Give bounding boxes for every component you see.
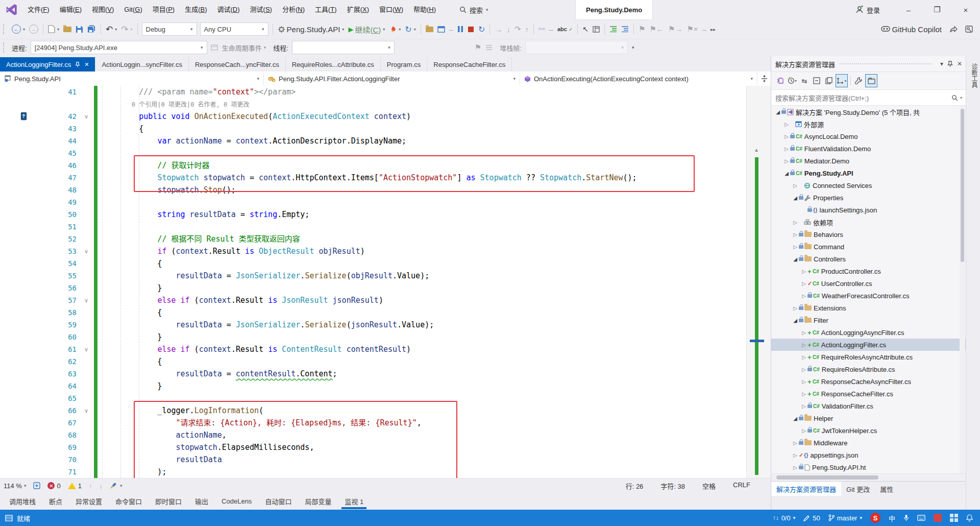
expanded-arrow-icon[interactable]: ◢ [792, 256, 799, 262]
window-layout-button[interactable] [591, 22, 602, 36]
menu-item-9[interactable]: 工具(T) [310, 0, 342, 19]
document-tab-2[interactable]: ResponseCach...yncFilter.cs [189, 57, 286, 71]
document-tab-4[interactable]: Program.cs [381, 57, 427, 71]
window-position-dropdown-icon[interactable]: ▾ [940, 60, 943, 67]
properties-button[interactable] [823, 75, 835, 87]
close-panel-icon[interactable]: ✕ [957, 60, 962, 67]
pin-icon[interactable] [947, 61, 953, 67]
tree-item--peng.study.demo-5-[interactable]: ◢解决方案 'Peng.Study.Demo' (5 个项目, 共 [771, 106, 966, 118]
selection-mode-button[interactable]: ↖ [580, 22, 591, 36]
step-out-button[interactable]: ↑ [523, 22, 531, 36]
tree-item--[interactable]: ▷依赖项 [771, 216, 966, 228]
fold-marker[interactable]: ∨ [81, 404, 92, 417]
pin-tab-icon[interactable] [75, 62, 80, 67]
solution-platform-combo[interactable]: Any CPU▾ [200, 22, 268, 36]
tree-item-controllers[interactable]: ◢Controllers [771, 253, 966, 265]
git-branch-button[interactable]: master▾ [828, 514, 862, 522]
tree-item-peng.study.api.ht[interactable]: ▷Peng.Study.API.ht [771, 461, 966, 473]
document-tab-1[interactable]: ActionLoggin...syncFilter.cs [95, 57, 189, 71]
collapsed-arrow-icon[interactable]: ▷ [783, 158, 790, 164]
step-into-button[interactable]: ↓ [504, 22, 512, 36]
tree-item-filter[interactable]: ◢Filter [771, 314, 966, 326]
tree-item-responsecacheasyncfilter.cs[interactable]: ▷+C#ResponseCacheAsyncFilter.cs [771, 375, 966, 388]
fold-marker[interactable]: ∨ [81, 245, 92, 257]
bottom-tab-4[interactable]: 即时窗口 [150, 494, 187, 508]
ime-indicator[interactable]: 中 [889, 513, 895, 523]
bottom-tab-6[interactable]: CodeLens [216, 495, 257, 507]
zoom-level-dropdown[interactable]: 114 %▾ [0, 482, 30, 490]
tree-item-launchsettings.json[interactable]: {}launchSettings.json [771, 204, 966, 216]
bottom-tab-3[interactable]: 命令窗口 [110, 494, 147, 508]
tree-item-requirerolesasyncattribute.cs[interactable]: ▷+C#RequireRolesAsyncAttribute.cs [771, 351, 966, 363]
toggle-bookmark-button[interactable]: ⚑ [636, 22, 647, 36]
menu-item-4[interactable]: 项目(P) [148, 0, 180, 19]
expanded-arrow-icon[interactable]: ◢ [783, 171, 790, 176]
collapsed-arrow-icon[interactable]: ▷ [792, 244, 799, 250]
expanded-arrow-icon[interactable]: ◢ [792, 416, 799, 421]
menu-item-1[interactable]: 编辑(E) [55, 0, 87, 19]
collapsed-arrow-icon[interactable]: ▷ [800, 342, 807, 348]
expanded-arrow-icon[interactable]: ◢ [792, 195, 799, 201]
break-all-button[interactable] [455, 22, 465, 36]
warning-count[interactable]: 1 [64, 482, 85, 490]
split-editor-button[interactable] [757, 71, 771, 86]
collapsed-arrow-icon[interactable]: ▷ [783, 122, 790, 127]
tree-view-toggle-button[interactable]: ▾ [836, 74, 848, 87]
expanded-arrow-icon[interactable]: ◢ [774, 109, 781, 115]
tool-window-tab-2[interactable]: 属性 [875, 482, 898, 496]
wrench-button[interactable] [853, 75, 864, 87]
indent-lines-button[interactable] [607, 22, 619, 36]
menu-item-6[interactable]: 调试(D) [212, 0, 245, 19]
collapsed-arrow-icon[interactable]: ▷ [792, 232, 799, 237]
member-dropdown[interactable]: OnActionExecuting(ActionExecutingContext… [520, 71, 757, 86]
next-bookmark-button[interactable]: ⚑→ [666, 22, 684, 36]
class-dropdown[interactable]: Peng.Study.API.Filter.ActionLoggingFilte… [264, 71, 520, 86]
tree-item-fluentvalidation.demo[interactable]: ▷C#FluentValidation.Demo [771, 142, 966, 155]
debugbar-overflow-button[interactable]: ▾ [629, 41, 636, 54]
fold-marker[interactable]: ∨ [81, 294, 92, 306]
bottom-tab-1[interactable]: 断点 [44, 494, 67, 508]
lifecycle-events-button[interactable]: 生命周期事件 [222, 43, 262, 53]
tree-item-extensions[interactable]: ▷Extensions [771, 302, 966, 314]
stack-frame-combo[interactable]: ▾ [525, 41, 628, 54]
tree-item-peng.study.api[interactable]: ◢C#Peng.Study.API [771, 167, 966, 179]
minimize-button[interactable]: – [894, 0, 923, 19]
bookmark-icon[interactable] [20, 112, 27, 121]
startup-project-button[interactable]: Peng.Study.API▾ [276, 22, 347, 36]
bottom-tab-5[interactable]: 输出 [190, 494, 213, 508]
app-tray-badge[interactable]: S [870, 513, 880, 523]
project-dropdown[interactable]: Peng.Study.API▾ [0, 71, 264, 86]
collapsed-arrow-icon[interactable]: ▷ [800, 379, 807, 385]
notifications-bell-button[interactable] [966, 514, 973, 521]
menu-item-0[interactable]: 文件(F) [22, 0, 55, 19]
solution-search-box[interactable]: 搜索解决方案资源管理器(Ctrl+;) ▾ [771, 90, 966, 106]
collapse-all-button[interactable] [811, 75, 822, 87]
bottom-tab-0[interactable]: 调用堆栈 [4, 494, 41, 508]
next-issue-arrow[interactable]: ↓ [95, 482, 106, 490]
tree-item-responsecachefilter.cs[interactable]: ▷+C#ResponseCacheFilter.cs [771, 388, 966, 400]
menu-item-10[interactable]: 扩展(X) [342, 0, 374, 19]
pending-edits-button[interactable]: 50 [803, 514, 820, 522]
tree-item-behaviors[interactable]: ▷Behaviors [771, 228, 966, 241]
tree-item-middleware[interactable]: ▷Middleware [771, 437, 966, 449]
collapsed-arrow-icon[interactable]: ▷ [800, 330, 807, 336]
tree-horizontal-scrollbar[interactable] [771, 473, 966, 481]
solution-configuration-combo[interactable]: Debug▾ [142, 22, 197, 36]
tree-item-command[interactable]: ▷Command [771, 241, 966, 253]
continue-button[interactable]: ▶ 继续(C)▾ [346, 22, 387, 36]
intellitrace-button[interactable]: ⚯ [536, 22, 547, 36]
bottom-tab-9[interactable]: 监视 1 [339, 494, 369, 508]
navigate-forward-button[interactable]: → [27, 22, 40, 36]
menu-item-5[interactable]: 生成(B) [180, 0, 212, 19]
tree-item-productcontroller.cs[interactable]: ▷+C#ProductController.cs [771, 265, 966, 277]
line-ending-indicator[interactable]: CRLF [733, 481, 750, 491]
share-feedback-button[interactable] [948, 22, 960, 36]
collapsed-arrow-icon[interactable]: ▷ [800, 428, 807, 434]
recording-tray-icon[interactable] [934, 514, 942, 522]
collapsed-arrow-icon[interactable]: ▷ [792, 183, 799, 188]
editor-scrollbar[interactable]: ▲ [746, 86, 771, 478]
navigate-back-button[interactable]: ←▾ [10, 22, 27, 36]
search-dropdown-arrow[interactable]: ▾ [486, 7, 488, 12]
open-file-button[interactable] [61, 22, 74, 36]
apps-grid-icon[interactable] [950, 514, 958, 522]
